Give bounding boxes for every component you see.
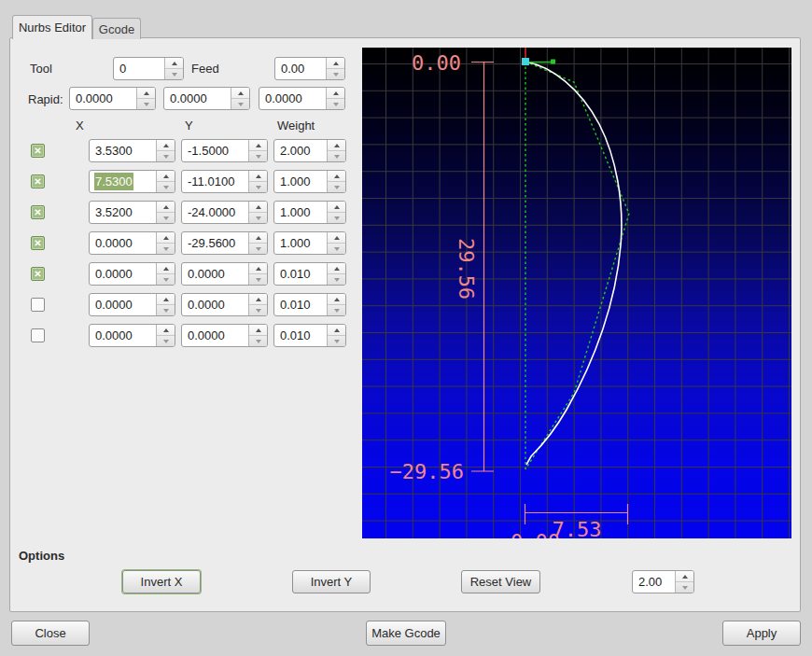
spin-up-icon[interactable] (256, 267, 261, 271)
point-x-spinbox[interactable]: 0.0000 (89, 324, 175, 347)
tool-spinbox[interactable]: 0 (113, 57, 184, 80)
point-enable-checkbox[interactable] (31, 174, 45, 188)
spin-buttons[interactable] (156, 171, 175, 192)
spin-up-icon[interactable] (334, 236, 340, 240)
point-x-spinbox[interactable]: 7.5300 (89, 170, 175, 193)
make-gcode-button[interactable]: Make Gcode (366, 621, 446, 646)
point-weight-spinbox[interactable]: 1.000 (273, 170, 346, 193)
feed-spinbox[interactable]: 0.00 (274, 57, 345, 80)
invert-y-button[interactable]: Invert Y (292, 570, 371, 593)
spin-down-icon[interactable] (256, 216, 261, 220)
spin-up-icon[interactable] (238, 91, 244, 95)
point-y-spinbox[interactable]: 0.0000 (181, 324, 268, 347)
point-enable-checkbox[interactable] (31, 298, 45, 312)
spin-buttons[interactable] (327, 140, 345, 161)
spin-down-icon[interactable] (172, 73, 177, 77)
spin-buttons[interactable] (156, 325, 175, 346)
point-y-spinbox[interactable]: 0.0000 (181, 293, 268, 316)
spin-down-icon[interactable] (163, 340, 169, 343)
spin-buttons[interactable] (248, 202, 267, 223)
spin-up-icon[interactable] (144, 91, 149, 95)
spin-down-icon[interactable] (334, 278, 340, 282)
spin-up-icon[interactable] (163, 267, 169, 271)
spin-buttons[interactable] (156, 294, 175, 315)
spin-up-icon[interactable] (256, 174, 261, 178)
spin-down-icon[interactable] (334, 309, 340, 313)
spin-up-icon[interactable] (334, 298, 340, 301)
spin-down-icon[interactable] (163, 278, 169, 282)
spin-down-icon[interactable] (256, 155, 261, 159)
spin-down-icon[interactable] (256, 278, 261, 282)
point-weight-spinbox[interactable]: 2.000 (273, 139, 346, 162)
spin-down-icon[interactable] (682, 586, 688, 590)
tab-gcode[interactable]: Gcode (92, 18, 141, 39)
point-weight-spinbox[interactable]: 0.010 (273, 262, 346, 286)
spin-up-icon[interactable] (256, 144, 261, 147)
spin-buttons[interactable] (327, 263, 345, 285)
rapid-z-spinbox[interactable]: 0.0000 (259, 87, 345, 110)
spin-buttons[interactable] (248, 140, 267, 161)
spin-down-icon[interactable] (334, 216, 340, 220)
spin-buttons[interactable] (327, 202, 345, 223)
spin-buttons[interactable] (327, 232, 345, 254)
spin-down-icon[interactable] (256, 309, 261, 313)
tab-nurbs-editor[interactable]: Nurbs Editor (12, 15, 92, 39)
spin-up-icon[interactable] (163, 298, 169, 301)
point-enable-checkbox[interactable] (31, 328, 45, 342)
spin-buttons[interactable] (248, 232, 267, 254)
point-x-spinbox[interactable]: 3.5300 (89, 139, 175, 162)
spin-up-icon[interactable] (163, 174, 169, 178)
spin-buttons[interactable] (326, 58, 344, 79)
point-y-spinbox[interactable]: -11.0100 (181, 170, 268, 193)
point-weight-spinbox[interactable]: 1.000 (273, 201, 346, 224)
spin-buttons[interactable] (248, 263, 267, 285)
spin-down-icon[interactable] (256, 247, 261, 251)
spin-buttons[interactable] (327, 325, 345, 346)
spin-buttons[interactable] (327, 171, 345, 192)
point-y-spinbox[interactable]: -1.5000 (181, 139, 268, 162)
point-y-spinbox[interactable]: 0.0000 (181, 262, 268, 286)
invert-x-button[interactable]: Invert X (122, 570, 201, 593)
point-y-spinbox[interactable]: -29.5600 (181, 231, 268, 255)
spin-buttons[interactable] (231, 88, 249, 109)
spin-down-icon[interactable] (334, 340, 340, 343)
spin-buttons[interactable] (248, 294, 267, 315)
spin-down-icon[interactable] (238, 103, 244, 106)
spin-down-icon[interactable] (334, 247, 340, 251)
rapid-y-spinbox[interactable]: 0.0000 (163, 87, 250, 110)
spin-buttons[interactable] (327, 294, 345, 315)
reset-view-button[interactable]: Reset View (461, 570, 540, 593)
spin-up-icon[interactable] (334, 205, 340, 209)
spin-down-icon[interactable] (163, 309, 169, 313)
point-x-spinbox[interactable]: 0.0000 (89, 262, 175, 286)
rapid-x-spinbox[interactable]: 0.0000 (69, 87, 156, 110)
tangent-handle-end[interactable] (551, 60, 555, 64)
point-weight-spinbox[interactable]: 0.010 (273, 324, 346, 347)
point-y-spinbox[interactable]: -24.0000 (181, 201, 268, 224)
spin-up-icon[interactable] (256, 328, 261, 332)
spin-down-icon[interactable] (163, 216, 169, 220)
spin-buttons[interactable] (136, 88, 155, 109)
spin-up-icon[interactable] (163, 328, 169, 332)
spin-up-icon[interactable] (163, 144, 169, 147)
spin-up-icon[interactable] (682, 575, 688, 579)
point-x-spinbox[interactable]: 0.0000 (89, 231, 175, 255)
point-x-spinbox[interactable]: 3.5200 (89, 201, 175, 224)
spin-buttons[interactable] (675, 571, 693, 593)
spin-down-icon[interactable] (163, 247, 169, 251)
spin-up-icon[interactable] (163, 205, 169, 209)
zoom-spinbox[interactable]: 2.00 (632, 570, 694, 593)
spin-down-icon[interactable] (256, 186, 261, 189)
point-enable-checkbox[interactable] (31, 205, 45, 219)
spin-buttons[interactable] (164, 58, 183, 79)
spin-down-icon[interactable] (333, 73, 339, 77)
spin-up-icon[interactable] (334, 267, 340, 271)
spin-up-icon[interactable] (163, 236, 169, 240)
spin-up-icon[interactable] (256, 236, 261, 240)
spin-up-icon[interactable] (333, 62, 339, 65)
close-button[interactable]: Close (11, 621, 90, 646)
spin-up-icon[interactable] (334, 144, 340, 147)
spin-buttons[interactable] (248, 325, 267, 346)
spin-up-icon[interactable] (334, 328, 340, 332)
point-enable-checkbox[interactable] (31, 144, 45, 158)
